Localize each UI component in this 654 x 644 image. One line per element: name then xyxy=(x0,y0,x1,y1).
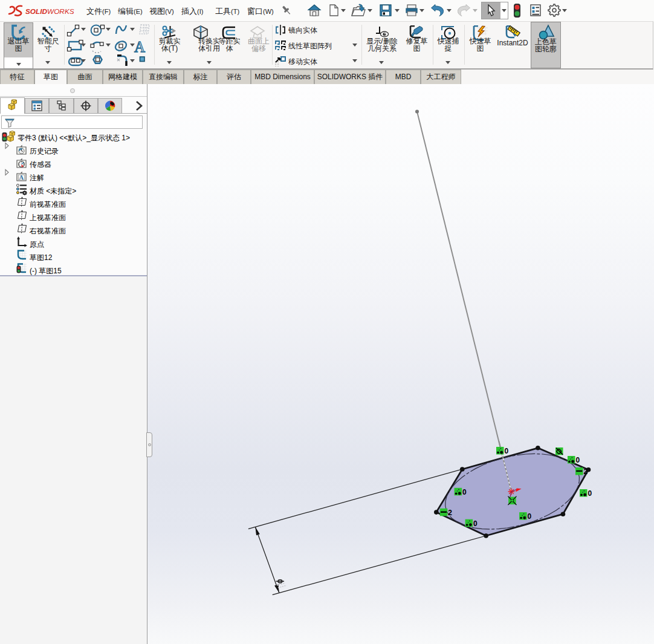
svg-text:0: 0 xyxy=(528,512,532,521)
svg-text:0: 0 xyxy=(588,489,592,498)
svg-text:0: 0 xyxy=(462,488,467,496)
svg-text:2: 2 xyxy=(448,509,452,517)
svg-text:2: 2 xyxy=(584,467,588,476)
svg-text:0: 0 xyxy=(505,447,509,455)
svg-text:0: 0 xyxy=(576,456,580,464)
svg-text:0: 0 xyxy=(473,519,478,528)
svg-text:A: A xyxy=(19,174,24,181)
svg-text:SOLIDWORKS: SOLIDWORKS xyxy=(25,7,74,16)
svg-text:A: A xyxy=(134,39,145,55)
